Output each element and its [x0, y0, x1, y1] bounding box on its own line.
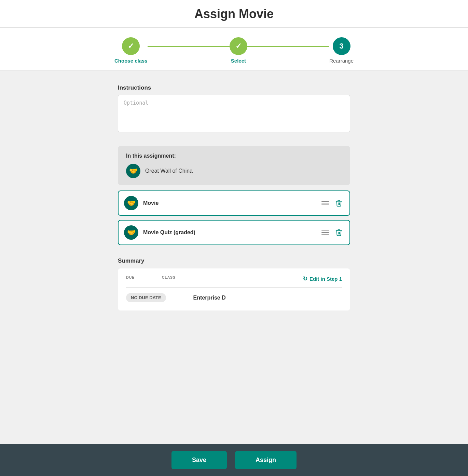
delete-quiz-button[interactable]: [334, 227, 344, 238]
assignment-movie-name: Great Wall of China: [145, 168, 193, 174]
summary-headers: DUE CLASS ↻ Edit in Step 1: [126, 275, 342, 282]
refresh-icon: ↻: [303, 275, 307, 282]
step-line-1: [148, 46, 230, 47]
drag-item-movie-name: Movie: [143, 200, 317, 206]
stepper: ✓ Choose class ✓ Select 3 Rearrange: [114, 37, 354, 64]
summary-section: Summary DUE CLASS ↻ Edit in Step 1 NO DU…: [118, 257, 350, 310]
instructions-input[interactable]: [118, 95, 350, 132]
instructions-label: Instructions: [118, 84, 350, 91]
summary-row: NO DUE DATE Enterprise D: [126, 293, 342, 302]
step-1-circle: ✓: [122, 37, 140, 55]
assignment-movie-icon: 🤝: [126, 164, 140, 178]
drag-item-quiz-name: Movie Quiz (graded): [143, 229, 317, 236]
drag-item-quiz-icon: 🤝: [124, 225, 138, 240]
assignment-box-title: In this assignment:: [126, 153, 342, 159]
step-2-label: Select: [231, 58, 246, 64]
drag-handle-movie[interactable]: [321, 201, 329, 205]
step-3-label: Rearrange: [329, 58, 354, 64]
summary-card: DUE CLASS ↻ Edit in Step 1 NO DUE DATE E…: [118, 268, 350, 310]
summary-divider: [126, 287, 342, 288]
step-3-circle: 3: [333, 37, 350, 55]
due-header: DUE: [126, 275, 135, 282]
step-rearrange: 3 Rearrange: [329, 37, 354, 64]
step-choose-class: ✓ Choose class: [114, 37, 148, 64]
no-due-date-badge: NO DUE DATE: [126, 293, 166, 302]
drag-items-list: 🤝 Movie: [118, 190, 350, 245]
drag-item-quiz: 🤝 Movie Quiz (graded): [118, 220, 350, 245]
step-select: ✓ Select: [230, 37, 247, 64]
assignment-box: In this assignment: 🤝 Great Wall of Chin…: [118, 146, 350, 185]
instructions-section: Instructions: [118, 84, 350, 134]
page-title: Assign Movie: [0, 7, 468, 21]
class-name-value: Enterprise D: [193, 295, 226, 301]
step-2-circle: ✓: [230, 37, 247, 55]
drag-item-movie-icon: 🤝: [124, 196, 138, 210]
save-button[interactable]: Save: [171, 451, 227, 469]
content-wrapper: Instructions In this assignment: 🤝 Great…: [118, 84, 350, 310]
step-line-2: [247, 46, 329, 47]
summary-title: Summary: [118, 257, 350, 264]
step-1-label: Choose class: [114, 58, 148, 64]
assign-button[interactable]: Assign: [235, 451, 297, 469]
assignment-item: 🤝 Great Wall of China: [126, 164, 342, 178]
drag-handle-quiz[interactable]: [321, 230, 329, 235]
class-header: CLASS: [162, 275, 176, 282]
edit-step1-button[interactable]: ↻ Edit in Step 1: [303, 275, 342, 282]
drag-item-movie: 🤝 Movie: [118, 190, 350, 216]
edit-step1-label: Edit in Step 1: [309, 276, 342, 282]
delete-movie-button[interactable]: [334, 198, 344, 208]
page-header: Assign Movie: [0, 0, 468, 28]
footer-bar: Save Assign: [0, 444, 468, 476]
stepper-container: ✓ Choose class ✓ Select 3 Rearrange: [0, 28, 468, 71]
main-content: Instructions In this assignment: 🤝 Great…: [0, 71, 468, 476]
